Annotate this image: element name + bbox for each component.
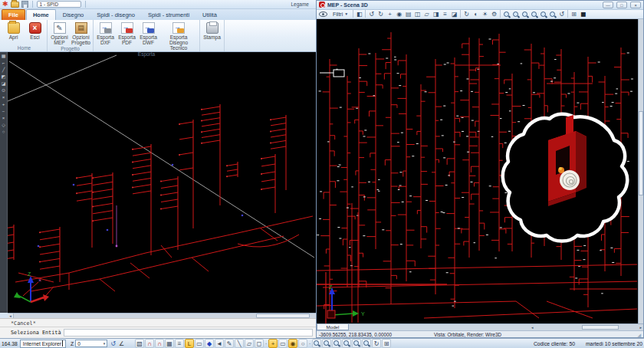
dynamic-input-icon[interactable]: ↺: [110, 340, 116, 347]
previous-icon[interactable]: ◄: [215, 339, 224, 348]
esci-button[interactable]: Esci: [25, 21, 45, 41]
solid-cube-icon[interactable]: ◼: [579, 10, 587, 18]
z-value-spinner[interactable]: 0 ▾: [75, 340, 107, 347]
zoom-extents-icon[interactable]: [530, 10, 538, 18]
orbit-icon[interactable]: ↺: [367, 10, 376, 18]
iso-view-icon[interactable]: ◫: [413, 10, 422, 18]
opzioni-progetto-button[interactable]: Opzioni Progetto: [71, 21, 91, 46]
scene-title-bar[interactable]: MEP - Scena 3D — □ ×: [317, 1, 643, 10]
esporta-pdf-button[interactable]: Esporta PDF: [117, 21, 137, 46]
save-icon[interactable]: [21, 1, 28, 8]
filtri-dropdown[interactable]: Filtri ▼: [330, 10, 351, 18]
refresh-icon[interactable]: ↻: [462, 10, 471, 18]
crosshair-icon[interactable]: +: [268, 339, 278, 348]
draw-tool-icon[interactable]: ⌐: [1, 61, 7, 65]
model-tab[interactable]: Model: [317, 324, 349, 330]
scene-viewport-canvas[interactable]: ZY: [317, 19, 638, 323]
draw-tool-icon[interactable]: ╱: [1, 67, 7, 72]
draw-tool-icon[interactable]: ○: [1, 130, 7, 134]
edit-icon[interactable]: ✎: [225, 339, 234, 348]
draw-tool-icon[interactable]: ◩: [1, 74, 7, 79]
zoom-window-icon[interactable]: [521, 10, 529, 18]
snap-override-icon[interactable]: ∩: [155, 339, 164, 348]
snap-icon[interactable]: ∩: [145, 339, 154, 348]
shade-mode-icon[interactable]: ◧: [355, 10, 363, 18]
draw-tool-icon[interactable]: ×: [1, 116, 7, 120]
scrollbar-thumb[interactable]: [256, 314, 310, 318]
select-mode-icon[interactable]: ▧: [135, 339, 144, 348]
visibility-eye-icon[interactable]: [319, 11, 327, 17]
angle-icon[interactable]: ∠: [119, 340, 124, 347]
scroll-left-arrow-icon[interactable]: ◂: [8, 314, 14, 318]
ortho-icon[interactable]: L: [185, 339, 194, 348]
minimize-button[interactable]: —: [603, 2, 613, 8]
draw-tool-icon[interactable]: ×: [1, 95, 7, 100]
model-scroll-track[interactable]: ◂ ▸: [349, 324, 643, 330]
apri-button[interactable]: Apri: [3, 21, 24, 41]
draw-tool-icon[interactable]: ◪: [1, 81, 7, 86]
zoom-previous-icon[interactable]: [352, 339, 361, 348]
zoom-out-icon[interactable]: [511, 10, 520, 18]
grid-icon[interactable]: ▦: [165, 339, 174, 348]
separator-dot[interactable]: ·: [308, 339, 311, 348]
light-icon[interactable]: ☀: [481, 10, 489, 18]
look-at-icon[interactable]: ◉: [395, 10, 403, 18]
zoom-selected-icon[interactable]: [362, 339, 371, 348]
open-icon[interactable]: [11, 2, 19, 8]
tab-spidi-disegno[interactable]: Spidi - disegno: [90, 10, 141, 20]
tab-home[interactable]: Home: [26, 9, 56, 20]
visibility-icon[interactable]: ◉: [288, 339, 297, 348]
render-mode-icon[interactable]: ◐: [472, 10, 480, 18]
command-input[interactable]: [64, 329, 313, 337]
plane-icon[interactable]: ≡: [175, 339, 184, 348]
circle-mode-icon[interactable]: ○: [298, 339, 307, 348]
regen-icon[interactable]: ↻: [372, 339, 381, 348]
scrollbar-thumb[interactable]: [639, 111, 643, 195]
layers-icon[interactable]: ≡: [441, 10, 449, 18]
line-mode-icon[interactable]: ╲: [235, 339, 244, 348]
left-viewport-canvas[interactable]: Z×: [8, 52, 316, 313]
plan-view-icon[interactable]: ▱: [245, 339, 254, 348]
tab-file[interactable]: File: [2, 9, 25, 20]
maximize-button[interactable]: □: [616, 2, 627, 8]
tile-windows-icon[interactable]: ⊞: [382, 339, 391, 348]
camera-icon[interactable]: ◨: [432, 10, 440, 18]
draw-tool-icon[interactable]: +: [1, 102, 7, 107]
opzioni-mep-button[interactable]: Opzioni MEP: [49, 21, 70, 46]
resize-grip[interactable]: ◢: [637, 332, 641, 337]
zoom-in-icon[interactable]: [312, 339, 321, 348]
legame-label[interactable]: Legame: [288, 1, 313, 8]
scene-settings-icon[interactable]: ⚙: [490, 10, 498, 18]
separator-dot[interactable]: ·: [264, 339, 268, 348]
orbit-free-icon[interactable]: ↻: [376, 10, 385, 18]
scroll-right-arrow-icon[interactable]: ▸: [639, 325, 642, 330]
zoom-selected-icon[interactable]: [548, 10, 557, 18]
zoom-extents-icon[interactable]: [342, 339, 351, 348]
front-view-icon[interactable]: ▱: [422, 10, 431, 18]
rotate-view-icon[interactable]: ↺: [557, 10, 566, 18]
scrollbar-thumb[interactable]: [582, 325, 619, 330]
tab-disegno[interactable]: Disegno: [57, 10, 90, 20]
box-view-icon[interactable]: ◪: [450, 10, 458, 18]
horizontal-scrollbar[interactable]: ◂: [8, 313, 316, 318]
draw-tool-icon[interactable]: −: [1, 109, 7, 113]
zoom-previous-icon[interactable]: [539, 10, 547, 18]
draw-tool-icon[interactable]: ▦: [1, 54, 7, 58]
osnap-icon[interactable]: ◆: [205, 339, 214, 348]
draw-tool-icon[interactable]: ◇: [1, 123, 7, 127]
esporta-disegno-tecnico-button[interactable]: Esporta Disegno Tecnico: [159, 21, 198, 51]
views-icon[interactable]: ▤: [404, 10, 412, 18]
zoom-out-icon[interactable]: [322, 339, 331, 348]
frame-icon[interactable]: ◻: [255, 339, 264, 348]
viewport-layout-icon[interactable]: ⊞: [570, 10, 578, 18]
close-button[interactable]: ×: [630, 2, 641, 8]
scroll-left-arrow-icon[interactable]: ◂: [531, 325, 534, 330]
esporta-dxf-button[interactable]: Esporta DXF: [95, 21, 116, 46]
vertical-scrollbar[interactable]: [638, 19, 643, 323]
draw-tool-icon[interactable]: ⊙: [1, 88, 7, 93]
zoom-in-icon[interactable]: [502, 10, 511, 18]
stampa-button[interactable]: Stampa: [202, 21, 222, 41]
tab-utilita[interactable]: Utilità: [196, 10, 223, 20]
tab-spidi-strumenti[interactable]: Spidi - strumenti: [142, 10, 196, 20]
esporta-dwf-button[interactable]: Esporta DWF: [138, 21, 159, 46]
